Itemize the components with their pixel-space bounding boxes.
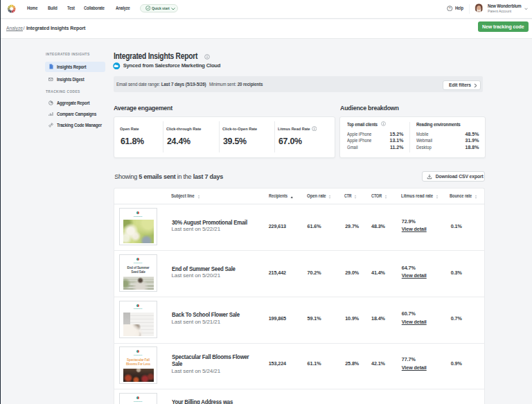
svg-text:?: ?: [449, 6, 451, 10]
